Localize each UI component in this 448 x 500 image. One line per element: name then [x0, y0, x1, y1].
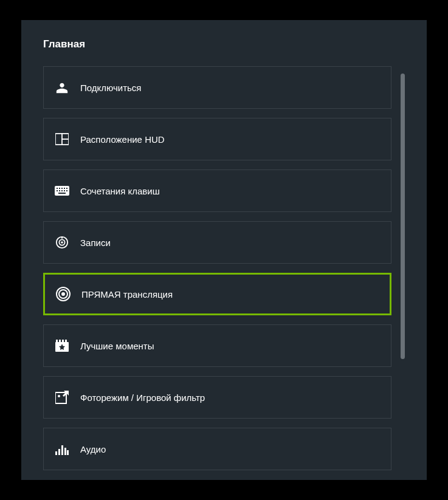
svg-rect-29: [58, 449, 60, 455]
menu-item-label: ПРЯМАЯ трансляция: [81, 289, 173, 300]
audio-icon: [44, 443, 80, 455]
menu-item-label: Аудио: [80, 444, 106, 454]
svg-rect-30: [61, 445, 63, 455]
keyboard-icon: [44, 186, 80, 196]
settings-list: Подключиться Расположение HUD Сочетания …: [43, 66, 405, 470]
layout-icon: [44, 133, 80, 145]
menu-item-broadcast[interactable]: ПРЯМАЯ трансляция: [43, 273, 391, 315]
svg-point-18: [61, 292, 65, 296]
svg-rect-6: [61, 188, 63, 189]
svg-rect-25: [65, 340, 67, 342]
menu-item-label: Лучшие моменты: [80, 341, 154, 351]
svg-rect-13: [66, 190, 67, 191]
user-icon: [44, 81, 80, 94]
menu-item-photo-mode[interactable]: Фоторежим / Игровой фильтр: [43, 376, 391, 419]
menu-item-label: Подключиться: [80, 83, 141, 93]
menu-item-label: Фоторежим / Игровой фильтр: [80, 392, 205, 403]
broadcast-icon: [45, 287, 81, 301]
svg-rect-31: [64, 448, 66, 455]
svg-rect-4: [57, 188, 58, 189]
app-window: Главная Подключиться Расположение HUD Со…: [0, 0, 448, 500]
highlights-icon: [44, 340, 80, 352]
svg-rect-7: [64, 188, 65, 189]
svg-point-17: [61, 241, 63, 244]
svg-rect-28: [55, 451, 57, 455]
menu-item-hud-layout[interactable]: Расположение HUD: [43, 118, 391, 160]
svg-rect-22: [56, 340, 58, 342]
svg-rect-32: [67, 450, 69, 455]
svg-point-27: [58, 395, 60, 397]
settings-panel: Главная Подключиться Расположение HUD Со…: [21, 20, 427, 480]
menu-item-connect[interactable]: Подключиться: [43, 66, 391, 109]
svg-rect-8: [66, 188, 67, 189]
svg-rect-5: [59, 188, 60, 189]
menu-item-label: Сочетания клавиш: [80, 186, 160, 196]
svg-rect-9: [57, 190, 58, 191]
menu-item-keyboard-shortcuts[interactable]: Сочетания клавиш: [43, 170, 391, 212]
svg-rect-24: [62, 340, 64, 342]
record-icon: [44, 236, 80, 249]
page-title: Главная: [43, 38, 405, 50]
menu-item-highlights[interactable]: Лучшие моменты: [43, 324, 391, 367]
scrollbar[interactable]: [401, 74, 405, 359]
svg-rect-23: [59, 340, 61, 342]
menu-item-label: Записи: [80, 238, 111, 248]
svg-rect-14: [58, 193, 66, 194]
svg-rect-10: [59, 190, 60, 191]
photo-icon: [44, 391, 80, 404]
svg-rect-11: [61, 190, 63, 191]
menu-item-recordings[interactable]: Записи: [43, 221, 391, 264]
menu-item-label: Расположение HUD: [80, 134, 165, 145]
svg-rect-12: [64, 190, 65, 191]
menu-item-audio[interactable]: Аудио: [43, 428, 391, 470]
